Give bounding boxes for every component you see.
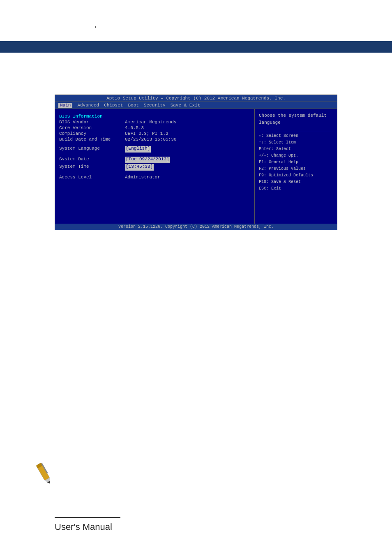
keybind-select-item: ↑↓: Select Item <box>259 139 333 146</box>
bios-row-compliancy: Compliancy UEFI 2.3; PI 1.2 <box>59 131 250 136</box>
bios-core-label: Core Version <box>59 125 125 130</box>
bios-language-label: System Language <box>59 146 125 151</box>
bios-row-core: Core Version 4.6.5.3 <box>59 125 250 130</box>
menu-item-boot[interactable]: Boot <box>128 103 138 108</box>
bios-row-vendor: BIOS Vendor American Megatrends <box>59 120 250 125</box>
bios-vendor-value: American Megatrends <box>125 120 176 125</box>
users-manual-label: User's Manual <box>55 522 112 532</box>
bios-date-label: System Date <box>59 157 125 162</box>
bios-left-panel: BIOS Information BIOS Vendor American Me… <box>55 109 255 225</box>
bios-title-text: Aptio Setup Utility – Copyright (C) 2012… <box>106 96 286 101</box>
bios-row-builddate: Build Date and Time 02/23/2013 15:05:36 <box>59 137 250 142</box>
keybind-select-screen: ↔: Select Screen <box>259 133 333 139</box>
bios-menu-bar: Main Advanced Chipset Boot Security Save… <box>55 102 337 109</box>
keybind-esc: ESC: Exit <box>259 185 333 192</box>
menu-item-security[interactable]: Security <box>144 103 166 108</box>
bios-core-value: 4.6.5.3 <box>125 125 144 130</box>
bios-help-text: Choose the system default language <box>259 112 333 126</box>
bios-time-value[interactable]: [13:45:33] <box>125 164 154 171</box>
bios-title-bar: Aptio Setup Utility – Copyright (C) 2012… <box>55 95 337 102</box>
bios-content-area: BIOS Information BIOS Vendor American Me… <box>55 109 337 225</box>
menu-item-chipset[interactable]: Chipset <box>104 103 123 108</box>
menu-item-advanced[interactable]: Advanced <box>77 103 99 108</box>
menu-item-main[interactable]: Main <box>58 103 72 108</box>
keybind-change-opt: +/-: Change Opt. <box>259 153 333 159</box>
bios-row-language: System Language [English] <box>59 146 250 153</box>
bios-divider <box>259 131 333 131</box>
bios-access-label: Access Level <box>59 175 125 180</box>
top-blue-bar <box>0 41 392 53</box>
bios-row-date: System Date [Tue 09/24/2013] <box>59 157 250 163</box>
keybind-enter: Enter: Select <box>259 146 333 153</box>
bios-builddate-value: 02/23/2013 15:05:36 <box>125 137 176 142</box>
bios-row-access: Access Level Administrator <box>59 175 250 180</box>
keybind-f1: F1: General Help <box>259 159 333 166</box>
keybind-f2: F2: Previous Values <box>259 166 333 172</box>
bios-right-panel: Choose the system default language ↔: Se… <box>255 109 337 225</box>
bios-date-value[interactable]: [Tue 09/24/2013] <box>125 157 170 163</box>
pen-icon <box>33 459 58 488</box>
bios-builddate-label: Build Date and Time <box>59 137 125 142</box>
comma-decoration: , <box>95 21 96 29</box>
bios-language-value[interactable]: [English] <box>125 146 151 153</box>
bios-row-time: System Time [13:45:33] <box>59 164 250 171</box>
bios-footer: Version 2.15.1226. Copyright (C) 2012 Am… <box>55 224 337 230</box>
bottom-divider-line <box>55 517 120 518</box>
bios-compliancy-value: UEFI 2.3; PI 1.2 <box>125 131 168 136</box>
bios-section-header: BIOS Information <box>59 114 250 119</box>
bios-time-label: System Time <box>59 164 125 169</box>
bios-setup-window: Aptio Setup Utility – Copyright (C) 2012… <box>55 95 337 230</box>
keybind-f9: F9: Optimized Defaults <box>259 172 333 179</box>
menu-item-save-exit[interactable]: Save & Exit <box>171 103 201 108</box>
pen-icon-area <box>33 459 58 489</box>
bios-vendor-label: BIOS Vendor <box>59 120 125 125</box>
keybind-f10: F10: Save & Reset <box>259 179 333 185</box>
bios-keybindings: ↔: Select Screen ↑↓: Select Item Enter: … <box>259 133 333 192</box>
bios-access-value: Administrator <box>125 175 160 180</box>
bios-compliancy-label: Compliancy <box>59 131 125 136</box>
